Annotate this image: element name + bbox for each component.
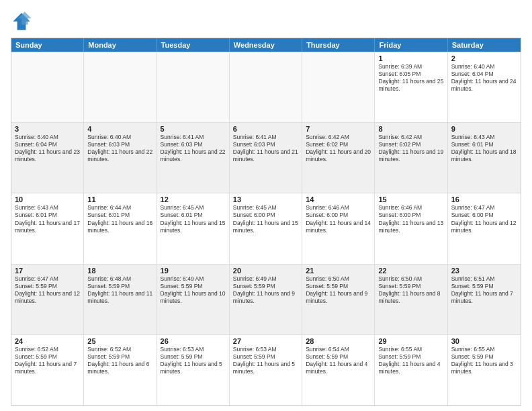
day-cell-7: 7Sunrise: 6:42 AM Sunset: 6:02 PM Daylig… bbox=[302, 123, 375, 193]
day-info-25: Sunrise: 6:52 AM Sunset: 5:59 PM Dayligh… bbox=[87, 346, 152, 375]
day-cell-15: 15Sunrise: 6:46 AM Sunset: 6:00 PM Dayli… bbox=[375, 193, 447, 263]
day-info-1: Sunrise: 6:39 AM Sunset: 6:05 PM Dayligh… bbox=[378, 63, 443, 93]
day-number-22: 22 bbox=[378, 267, 443, 275]
day-number-7: 7 bbox=[306, 125, 371, 133]
calendar: SundayMondayTuesdayWednesdayThursdayFrid… bbox=[11, 38, 521, 406]
day-cell-6: 6Sunrise: 6:41 AM Sunset: 6:03 PM Daylig… bbox=[230, 123, 302, 193]
day-cell-20: 20Sunrise: 6:49 AM Sunset: 5:59 PM Dayli… bbox=[230, 265, 302, 334]
day-info-14: Sunrise: 6:46 AM Sunset: 6:00 PM Dayligh… bbox=[306, 204, 371, 234]
day-info-12: Sunrise: 6:45 AM Sunset: 6:01 PM Dayligh… bbox=[161, 204, 226, 234]
header-day-friday: Friday bbox=[375, 38, 447, 52]
day-cell-25: 25Sunrise: 6:52 AM Sunset: 5:59 PM Dayli… bbox=[84, 335, 157, 405]
header-day-monday: Monday bbox=[84, 38, 157, 52]
page: SundayMondayTuesdayWednesdayThursdayFrid… bbox=[0, 0, 532, 411]
day-number-13: 13 bbox=[233, 195, 298, 203]
day-number-11: 11 bbox=[87, 195, 152, 203]
day-cell-18: 18Sunrise: 6:48 AM Sunset: 5:59 PM Dayli… bbox=[84, 265, 157, 334]
day-number-25: 25 bbox=[87, 337, 152, 345]
day-info-28: Sunrise: 6:54 AM Sunset: 5:59 PM Dayligh… bbox=[306, 346, 371, 375]
day-cell-19: 19Sunrise: 6:49 AM Sunset: 5:59 PM Dayli… bbox=[157, 265, 230, 334]
day-number-18: 18 bbox=[87, 267, 152, 275]
day-cell-1: 1Sunrise: 6:39 AM Sunset: 6:05 PM Daylig… bbox=[375, 52, 447, 122]
day-cell-14: 14Sunrise: 6:46 AM Sunset: 6:00 PM Dayli… bbox=[302, 193, 375, 263]
day-info-3: Sunrise: 6:40 AM Sunset: 6:04 PM Dayligh… bbox=[15, 134, 80, 163]
day-number-14: 14 bbox=[306, 195, 371, 203]
day-info-23: Sunrise: 6:51 AM Sunset: 5:59 PM Dayligh… bbox=[451, 275, 517, 305]
day-cell-10: 10Sunrise: 6:43 AM Sunset: 6:01 PM Dayli… bbox=[11, 193, 84, 263]
day-info-16: Sunrise: 6:47 AM Sunset: 6:00 PM Dayligh… bbox=[451, 204, 517, 234]
day-info-27: Sunrise: 6:53 AM Sunset: 5:59 PM Dayligh… bbox=[233, 346, 298, 375]
day-cell-23: 23Sunrise: 6:51 AM Sunset: 5:59 PM Dayli… bbox=[448, 265, 521, 334]
day-info-29: Sunrise: 6:55 AM Sunset: 5:59 PM Dayligh… bbox=[378, 346, 443, 375]
day-cell-17: 17Sunrise: 6:47 AM Sunset: 5:59 PM Dayli… bbox=[11, 265, 84, 334]
day-number-21: 21 bbox=[306, 267, 371, 275]
day-cell-24: 24Sunrise: 6:52 AM Sunset: 5:59 PM Dayli… bbox=[11, 335, 84, 405]
day-number-12: 12 bbox=[161, 195, 226, 203]
empty-cell-0-1 bbox=[84, 52, 157, 122]
day-number-26: 26 bbox=[161, 337, 226, 345]
calendar-row-4: 24Sunrise: 6:52 AM Sunset: 5:59 PM Dayli… bbox=[11, 334, 521, 405]
day-info-8: Sunrise: 6:42 AM Sunset: 6:02 PM Dayligh… bbox=[378, 134, 443, 163]
day-cell-21: 21Sunrise: 6:50 AM Sunset: 5:59 PM Dayli… bbox=[302, 265, 375, 334]
day-number-28: 28 bbox=[306, 337, 371, 345]
day-number-19: 19 bbox=[161, 267, 226, 275]
day-number-24: 24 bbox=[15, 337, 80, 345]
header-day-wednesday: Wednesday bbox=[230, 38, 302, 52]
day-info-24: Sunrise: 6:52 AM Sunset: 5:59 PM Dayligh… bbox=[15, 346, 80, 375]
day-info-19: Sunrise: 6:49 AM Sunset: 5:59 PM Dayligh… bbox=[161, 275, 226, 305]
day-cell-3: 3Sunrise: 6:40 AM Sunset: 6:04 PM Daylig… bbox=[11, 123, 84, 193]
day-cell-9: 9Sunrise: 6:43 AM Sunset: 6:01 PM Daylig… bbox=[448, 123, 521, 193]
day-cell-12: 12Sunrise: 6:45 AM Sunset: 6:01 PM Dayli… bbox=[157, 193, 230, 263]
calendar-header: SundayMondayTuesdayWednesdayThursdayFrid… bbox=[11, 38, 521, 52]
day-number-20: 20 bbox=[233, 267, 298, 275]
logo bbox=[11, 11, 35, 32]
day-info-13: Sunrise: 6:45 AM Sunset: 6:00 PM Dayligh… bbox=[233, 204, 298, 234]
calendar-row-1: 3Sunrise: 6:40 AM Sunset: 6:04 PM Daylig… bbox=[11, 122, 521, 193]
day-number-9: 9 bbox=[451, 125, 517, 133]
logo-icon bbox=[11, 11, 32, 32]
day-info-17: Sunrise: 6:47 AM Sunset: 5:59 PM Dayligh… bbox=[15, 275, 80, 305]
day-cell-8: 8Sunrise: 6:42 AM Sunset: 6:02 PM Daylig… bbox=[375, 123, 447, 193]
day-cell-16: 16Sunrise: 6:47 AM Sunset: 6:00 PM Dayli… bbox=[448, 193, 521, 263]
day-info-30: Sunrise: 6:55 AM Sunset: 5:59 PM Dayligh… bbox=[451, 346, 517, 375]
empty-cell-0-0 bbox=[11, 52, 84, 122]
day-cell-4: 4Sunrise: 6:40 AM Sunset: 6:03 PM Daylig… bbox=[84, 123, 157, 193]
day-info-7: Sunrise: 6:42 AM Sunset: 6:02 PM Dayligh… bbox=[306, 134, 371, 163]
day-number-16: 16 bbox=[451, 195, 517, 203]
day-cell-30: 30Sunrise: 6:55 AM Sunset: 5:59 PM Dayli… bbox=[448, 335, 521, 405]
day-info-22: Sunrise: 6:50 AM Sunset: 5:59 PM Dayligh… bbox=[378, 275, 443, 305]
day-cell-28: 28Sunrise: 6:54 AM Sunset: 5:59 PM Dayli… bbox=[302, 335, 375, 405]
calendar-body: 1Sunrise: 6:39 AM Sunset: 6:05 PM Daylig… bbox=[11, 52, 521, 405]
day-info-2: Sunrise: 6:40 AM Sunset: 6:04 PM Dayligh… bbox=[451, 63, 517, 93]
day-info-20: Sunrise: 6:49 AM Sunset: 5:59 PM Dayligh… bbox=[233, 275, 298, 305]
day-cell-2: 2Sunrise: 6:40 AM Sunset: 6:04 PM Daylig… bbox=[448, 52, 521, 122]
header-day-thursday: Thursday bbox=[302, 38, 375, 52]
day-info-26: Sunrise: 6:53 AM Sunset: 5:59 PM Dayligh… bbox=[161, 346, 226, 375]
calendar-row-3: 17Sunrise: 6:47 AM Sunset: 5:59 PM Dayli… bbox=[11, 264, 521, 334]
day-number-2: 2 bbox=[451, 54, 517, 62]
day-number-10: 10 bbox=[15, 195, 80, 203]
day-info-21: Sunrise: 6:50 AM Sunset: 5:59 PM Dayligh… bbox=[306, 275, 371, 305]
day-cell-29: 29Sunrise: 6:55 AM Sunset: 5:59 PM Dayli… bbox=[375, 335, 447, 405]
empty-cell-0-2 bbox=[157, 52, 230, 122]
day-info-4: Sunrise: 6:40 AM Sunset: 6:03 PM Dayligh… bbox=[87, 134, 152, 163]
day-cell-26: 26Sunrise: 6:53 AM Sunset: 5:59 PM Dayli… bbox=[157, 335, 230, 405]
day-number-1: 1 bbox=[378, 54, 443, 62]
header-day-saturday: Saturday bbox=[448, 38, 521, 52]
day-number-30: 30 bbox=[451, 337, 517, 345]
day-cell-27: 27Sunrise: 6:53 AM Sunset: 5:59 PM Dayli… bbox=[230, 335, 302, 405]
day-cell-11: 11Sunrise: 6:44 AM Sunset: 6:01 PM Dayli… bbox=[84, 193, 157, 263]
day-number-5: 5 bbox=[161, 125, 226, 133]
day-number-15: 15 bbox=[378, 195, 443, 203]
day-number-3: 3 bbox=[15, 125, 80, 133]
empty-cell-0-4 bbox=[302, 52, 375, 122]
day-number-4: 4 bbox=[87, 125, 152, 133]
day-info-18: Sunrise: 6:48 AM Sunset: 5:59 PM Dayligh… bbox=[87, 275, 152, 305]
day-cell-13: 13Sunrise: 6:45 AM Sunset: 6:00 PM Dayli… bbox=[230, 193, 302, 263]
day-number-17: 17 bbox=[15, 267, 80, 275]
calendar-row-2: 10Sunrise: 6:43 AM Sunset: 6:01 PM Dayli… bbox=[11, 193, 521, 263]
header bbox=[11, 11, 521, 32]
empty-cell-0-3 bbox=[230, 52, 302, 122]
day-info-10: Sunrise: 6:43 AM Sunset: 6:01 PM Dayligh… bbox=[15, 204, 80, 234]
day-cell-5: 5Sunrise: 6:41 AM Sunset: 6:03 PM Daylig… bbox=[157, 123, 230, 193]
